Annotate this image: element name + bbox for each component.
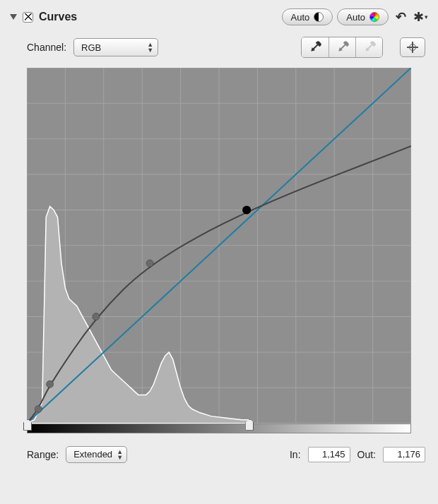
channel-select[interactable]: RGB ▲▼ bbox=[73, 38, 158, 56]
in-field[interactable]: 1,145 bbox=[308, 447, 350, 462]
in-value: 1,145 bbox=[322, 449, 345, 460]
white-point-eyedropper-button[interactable] bbox=[355, 37, 382, 57]
range-value: Extended bbox=[73, 449, 112, 460]
range-label: Range: bbox=[27, 449, 59, 460]
out-field[interactable]: 1,176 bbox=[383, 447, 425, 462]
out-value: 1,176 bbox=[397, 449, 420, 460]
gradient-bar[interactable] bbox=[27, 424, 411, 433]
eyedropper-gray-icon bbox=[334, 40, 350, 56]
out-label: Out: bbox=[357, 449, 376, 460]
undo-button[interactable]: ↶ bbox=[393, 9, 408, 25]
svg-point-29 bbox=[242, 205, 251, 214]
crosshair-icon bbox=[407, 42, 418, 53]
channel-label: Channel: bbox=[27, 42, 66, 53]
enable-checkbox[interactable] bbox=[23, 12, 33, 23]
settings-menu-button[interactable]: ▾ bbox=[413, 9, 428, 25]
chevron-down-icon: ▾ bbox=[425, 13, 428, 20]
curve-canvas[interactable] bbox=[27, 68, 411, 424]
auto-color-button[interactable]: Auto bbox=[337, 8, 389, 25]
eyedropper-group bbox=[301, 37, 383, 58]
auto-bw-button[interactable]: Auto bbox=[282, 8, 333, 25]
black-point-eyedropper-button[interactable] bbox=[302, 37, 328, 57]
svg-point-25 bbox=[35, 406, 42, 413]
crosshair-sample-button[interactable] bbox=[400, 37, 425, 57]
disclosure-triangle[interactable] bbox=[10, 14, 17, 20]
eyedropper-white-icon bbox=[361, 40, 377, 56]
auto-bw-label: Auto bbox=[291, 12, 310, 23]
auto-color-label: Auto bbox=[346, 12, 365, 23]
gray-point-eyedropper-button[interactable] bbox=[328, 37, 355, 57]
eyedropper-black-icon bbox=[307, 40, 324, 56]
range-select[interactable]: Extended ▲▼ bbox=[66, 446, 127, 463]
svg-point-28 bbox=[146, 260, 153, 267]
undo-icon: ↶ bbox=[396, 9, 406, 25]
svg-point-26 bbox=[47, 380, 54, 388]
svg-point-27 bbox=[93, 313, 100, 320]
bw-circle-icon bbox=[314, 12, 324, 22]
color-wheel-icon bbox=[369, 12, 379, 22]
in-label: In: bbox=[290, 449, 301, 460]
curve-editor[interactable] bbox=[27, 68, 411, 424]
channel-value: RGB bbox=[81, 42, 101, 53]
panel-title: Curves bbox=[39, 11, 77, 23]
